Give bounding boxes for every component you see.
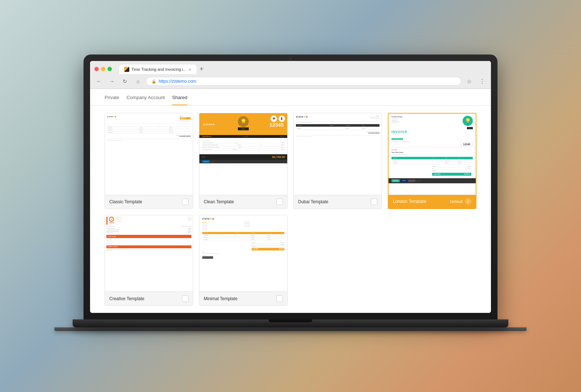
creative-checkbox[interactable] [182,295,188,302]
templates-grid: zistemo Customer Invoice INVOICE Total B… [90,106,491,313]
template-card-london[interactable]: Creative Design 123 Street NameCity, Sta… [388,113,476,209]
close-button[interactable] [94,67,99,71]
browser-navbar: ← → ↻ ⌂ 🔒 https://zistemo.com ☆ ⋮ [90,74,491,89]
template-card-minimal[interactable]: zistemo Invoice Invoice Reg Invoice Date… [199,215,288,306]
laptop-body: Time Tracking and Invoicing i... × + ← →… [84,54,497,319]
bookmark-button[interactable]: ☆ [464,76,474,86]
minimal-checkbox[interactable] [276,295,283,302]
london-preview: Creative Design 123 Street NameCity, Sta… [389,114,476,195]
creative-template-footer: Creative Template [105,291,193,305]
clean-template-footer: Clean Template [199,195,287,209]
address-bar[interactable]: 🔒 https://zistemo.com [146,77,461,86]
minimal-template-name: Minimal Template [204,296,237,301]
london-template-footer: London Template Default ✓ [389,195,476,208]
reload-button[interactable]: ↻ [120,76,130,86]
clean-logo: zistemo [203,123,215,126]
browser-menu-button[interactable]: ⋮ [477,76,487,86]
tab-bar: Time Tracking and Invoicing i... × + [119,64,487,74]
tab-company[interactable]: Company Account [126,95,165,105]
dubai-preview: zistemo Customer Invoice Invoice Reg: $3… [294,113,382,195]
laptop-base [73,319,508,327]
laptop-notch [269,319,312,322]
view-icon[interactable]: 👁 [271,115,277,122]
tab-favicon [124,67,129,72]
clean-preview: 👁 ⬇ zistemo 💡 CREATIVEDESIGN [199,113,287,195]
download-icon[interactable]: ⬇ [279,115,285,122]
preview-overlay-icons: 👁 ⬇ [271,115,285,122]
laptop-wrapper: Time Tracking and Invoicing i... × + ← →… [84,54,497,338]
tab-close-icon[interactable]: × [188,67,191,72]
browser-titlebar: Time Tracking and Invoicing i... × + [90,61,491,74]
forward-button[interactable]: → [107,76,117,86]
dubai-checkbox[interactable] [371,199,377,205]
active-tab[interactable]: Time Tracking and Invoicing i... × [119,65,196,74]
minimal-template-footer: Minimal Template [199,291,287,305]
minimize-button[interactable] [101,67,105,71]
classic-logo: zistemo [107,115,117,118]
tab-private[interactable]: Private [105,95,119,105]
tab-shared[interactable]: Shared [172,95,187,105]
camera [289,57,292,60]
clean-total-bar: $3,860.00 $340.00 $3,740.00 [199,154,287,160]
clean-template-name: Clean Template [204,199,234,204]
dubai-template-name: Dubai Template [298,199,328,204]
classic-preview: zistemo Customer Invoice INVOICE Total B… [105,113,193,195]
maximize-button[interactable] [107,67,112,71]
browser-chrome: Time Tracking and Invoicing i... × + ← →… [90,61,491,89]
dubai-logo: zistemo [296,115,308,118]
default-check-icon: ✓ [465,198,471,205]
creative-preview: 💡 CREATIVE DESIGN Company Name Street Ad… [105,215,193,292]
template-card-clean[interactable]: 👁 ⬇ zistemo 💡 CREATIVEDESIGN [199,113,288,209]
tab-title: Time Tracking and Invoicing i... [131,67,186,72]
classic-template-name: Classic Template [109,199,142,204]
page-content: Private Company Account Shared zistemo C… [90,89,491,313]
laptop-bottom [54,327,527,331]
classic-template-footer: Classic Template [105,195,193,209]
creative-template-name: Creative Template [109,296,145,301]
url-text: https://zistemo.com [159,79,196,84]
default-badge: Default [450,199,463,204]
template-nav-tabs: Private Company Account Shared [90,89,491,106]
clean-checkbox[interactable] [276,199,283,205]
template-card-classic[interactable]: zistemo Customer Invoice INVOICE Total B… [105,113,193,209]
window-controls [94,67,112,71]
dubai-template-footer: Dubai Template [294,195,382,209]
clean-body: Invoice Item Name CREATION OF NEW LOGO$1… [199,138,287,153]
minimal-preview: zistemo Invoice Invoice Reg Invoice Date… [199,215,287,292]
home-button[interactable]: ⌂ [133,76,143,86]
back-button[interactable]: ← [94,76,104,86]
london-template-name: London Template [393,199,426,204]
new-tab-button[interactable]: + [196,64,207,74]
screen: Time Tracking and Invoicing i... × + ← →… [90,61,491,313]
template-card-dubai[interactable]: zistemo Customer Invoice Invoice Reg: $3… [293,113,382,209]
template-card-creative[interactable]: 💡 CREATIVE DESIGN Company Name Street Ad… [105,215,193,306]
lock-icon: 🔒 [151,79,157,84]
classic-checkbox[interactable] [182,199,188,205]
